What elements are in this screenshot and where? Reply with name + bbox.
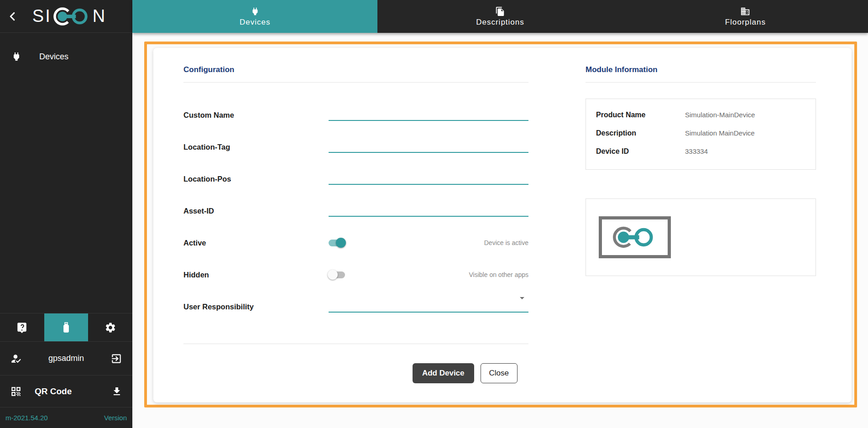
sidebar-item-label: Devices	[39, 52, 68, 62]
hidden-row: Hidden Visible on other apps	[183, 259, 528, 291]
close-button[interactable]: Close	[481, 363, 518, 383]
location-tag-row: Location-Tag	[183, 131, 528, 163]
sicon-logo: SI N	[25, 5, 114, 27]
version-number: m-2021.54.20	[5, 414, 48, 422]
module-info-box: Product Name Simulation-MainDevice Descr…	[586, 99, 816, 170]
location-tag-input[interactable]	[329, 140, 528, 153]
qr-code-icon	[10, 386, 22, 397]
sidebar: SI N Devices	[0, 0, 132, 428]
tab-floorplans[interactable]: Floorplans	[623, 0, 868, 33]
toggle-thumb	[336, 238, 346, 248]
user-check-icon	[10, 353, 22, 365]
main-area: Devices Descriptions Floorplans Configur…	[132, 0, 868, 428]
plug-icon	[250, 6, 260, 16]
custom-name-input[interactable]	[329, 108, 528, 121]
tab-label: Floorplans	[725, 18, 766, 27]
user-row: gpsadmin	[0, 341, 132, 375]
chevron-down-icon[interactable]	[517, 292, 528, 303]
usb-device-icon	[59, 321, 73, 334]
configuration-section: Configuration Custom Name Location-Tag	[183, 48, 528, 402]
tab-descriptions[interactable]: Descriptions	[377, 0, 622, 33]
version-label: Version	[104, 414, 127, 422]
username: gpsadmin	[22, 354, 110, 363]
sidebar-icon-row	[0, 313, 132, 341]
toggle-thumb	[328, 270, 338, 280]
user-responsibility-select[interactable]	[329, 291, 528, 323]
module-information-section: Module Information Product Name Simulati…	[586, 48, 816, 402]
sicon-co-icon	[52, 5, 92, 27]
location-pos-label: Location-Pos	[183, 175, 329, 183]
download-icon[interactable]	[111, 386, 122, 397]
custom-name-row: Custom Name	[183, 99, 528, 131]
qr-code-label: QR Code	[35, 386, 111, 397]
chevron-left-icon	[6, 10, 18, 22]
asset-id-row: Asset-ID	[183, 195, 528, 227]
location-pos-row: Location-Pos	[183, 163, 528, 195]
device-id-label: Device ID	[596, 147, 685, 156]
active-row: Active Device is active	[183, 227, 528, 259]
custom-name-label: Custom Name	[183, 111, 329, 120]
description-label: Description	[596, 129, 685, 137]
sidebar-item-devices[interactable]: Devices	[0, 45, 132, 68]
asset-id-control	[329, 195, 528, 227]
co-logo-icon	[610, 224, 660, 250]
location-pos-control	[329, 163, 528, 195]
tab-label: Devices	[240, 18, 270, 27]
back-button[interactable]	[6, 10, 25, 22]
divider	[183, 344, 528, 344]
tab-label: Descriptions	[476, 18, 524, 27]
content-area: Configuration Custom Name Location-Tag	[132, 33, 868, 428]
qr-code-row[interactable]: QR Code	[0, 375, 132, 407]
location-tag-control	[329, 131, 528, 163]
building-icon	[740, 6, 750, 16]
help-button[interactable]	[0, 313, 44, 341]
module-information-title: Module Information	[586, 65, 816, 74]
documents-icon	[495, 6, 505, 16]
button-row: Add Device Close	[183, 363, 528, 383]
gear-icon	[105, 322, 116, 334]
logo-text-post: N	[93, 6, 106, 26]
tab-devices[interactable]: Devices	[132, 0, 377, 33]
divider	[183, 82, 528, 83]
description-value: Simulation MainDevice	[685, 129, 755, 137]
info-row-product-name: Product Name Simulation-MainDevice	[596, 111, 811, 119]
sidebar-header: SI N	[0, 0, 132, 33]
configuration-form: Custom Name Location-Tag	[183, 99, 528, 323]
configuration-title: Configuration	[183, 65, 528, 74]
module-image-box	[586, 198, 816, 276]
device-id-value: 333334	[685, 147, 708, 156]
active-toggle[interactable]	[329, 240, 345, 246]
info-row-device-id: Device ID 333334	[596, 147, 811, 156]
module-logo	[599, 216, 671, 258]
location-pos-input[interactable]	[329, 172, 528, 185]
asset-id-input[interactable]	[329, 204, 528, 217]
devices-module-button[interactable]	[44, 313, 89, 341]
product-name-value: Simulation-MainDevice	[685, 111, 755, 119]
logout-icon[interactable]	[110, 353, 122, 365]
custom-name-control	[329, 99, 528, 131]
asset-id-label: Asset-ID	[183, 207, 329, 215]
settings-button[interactable]	[88, 313, 132, 341]
version-row: m-2021.54.20 Version	[0, 407, 132, 428]
location-tag-label: Location-Tag	[183, 143, 329, 151]
hidden-toggle[interactable]	[329, 271, 345, 278]
tab-bar: Devices Descriptions Floorplans	[132, 0, 868, 33]
active-helper-text: Device is active	[345, 239, 528, 246]
active-label: Active	[183, 239, 329, 247]
device-panel: Configuration Custom Name Location-Tag	[153, 48, 852, 402]
app-window: SI N Devices	[0, 0, 868, 428]
sidebar-nav: Devices	[0, 33, 132, 313]
user-responsibility-value[interactable]	[329, 300, 528, 313]
add-device-button[interactable]: Add Device	[413, 363, 474, 383]
divider	[586, 82, 816, 83]
help-icon	[16, 322, 28, 334]
plug-icon	[11, 51, 22, 62]
user-responsibility-label: User Responsibility	[183, 303, 329, 311]
user-responsibility-row: User Responsibility	[183, 291, 528, 323]
logo-text-pre: SI	[32, 6, 52, 26]
info-row-description: Description Simulation MainDevice	[596, 129, 811, 137]
hidden-helper-text: Visible on other apps	[345, 271, 528, 278]
product-name-label: Product Name	[596, 111, 685, 119]
hidden-label: Hidden	[183, 271, 329, 279]
